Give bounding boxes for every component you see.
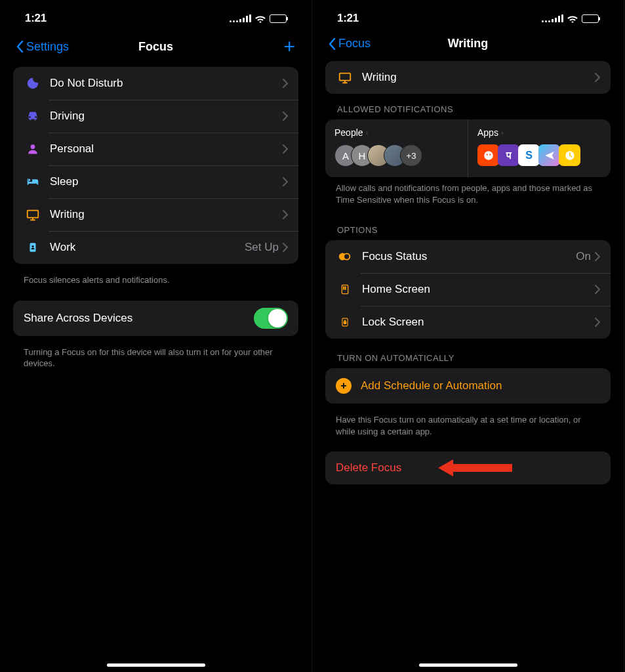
chevron-right-icon — [283, 112, 288, 121]
chevron-right-icon — [283, 177, 288, 186]
display-icon — [336, 68, 354, 87]
people-button[interactable]: People› A H +3 — [325, 119, 468, 177]
status-icons — [230, 14, 287, 23]
svg-point-16 — [345, 289, 346, 289]
app-icon: S — [518, 144, 540, 166]
wifi-icon — [254, 14, 266, 23]
row-label: Sleep — [50, 175, 283, 188]
focus-row-writing[interactable]: Writing — [13, 198, 298, 231]
row-label: Do Not Disturb — [50, 77, 283, 90]
apps-button[interactable]: Apps› प S — [468, 119, 611, 177]
share-group: Share Across Devices — [13, 301, 298, 336]
app-icon — [538, 144, 560, 166]
status-bar: 1:21 — [319, 0, 617, 30]
moon-icon — [24, 74, 42, 93]
badge-icon — [24, 238, 42, 257]
focus-list: Do Not Disturb Driving Personal Sleep Wr — [13, 67, 298, 264]
plus-circle-icon: + — [336, 378, 352, 394]
options-header: OPTIONS — [325, 220, 611, 240]
back-button[interactable]: Settings — [16, 40, 69, 54]
chevron-left-icon — [16, 41, 24, 52]
row-label: Lock Screen — [362, 316, 595, 329]
allowed-footer: Allow calls and notifications from peopl… — [325, 177, 611, 220]
back-label: Settings — [26, 40, 69, 54]
row-label: Writing — [50, 208, 283, 221]
chevron-right-icon — [283, 79, 288, 88]
svg-rect-4 — [340, 74, 351, 81]
delete-label: Delete Focus — [336, 461, 401, 474]
auto-footer: Have this Focus turn on automatically at… — [325, 409, 611, 452]
avatar-more: +3 — [400, 144, 422, 167]
focus-row-personal[interactable]: Personal — [13, 133, 298, 165]
focus-row-do-not-disturb[interactable]: Do Not Disturb — [13, 67, 298, 100]
page-title: Focus — [138, 40, 173, 54]
nav-bar: Settings Focus + — [7, 30, 305, 67]
status-icon — [336, 247, 354, 266]
option-row-lock-screen[interactable]: Lock Screen — [325, 306, 611, 339]
auto-header: TURN ON AUTOMATICALLY — [325, 348, 611, 368]
row-label: Work — [50, 241, 245, 254]
row-label: Focus Status — [362, 250, 576, 263]
row-trailing: On — [576, 250, 591, 263]
chevron-right-icon — [595, 318, 600, 327]
focus-row-driving[interactable]: Driving — [13, 100, 298, 133]
share-toggle[interactable] — [254, 308, 288, 329]
home-screen-icon — [336, 280, 354, 299]
row-label: Driving — [50, 110, 283, 123]
svg-point-3 — [32, 245, 34, 247]
add-label: Add Schedule or Automation — [361, 379, 502, 392]
avatar-stack: A H +3 — [334, 144, 458, 167]
app-icon-stack: प S — [477, 144, 601, 166]
chevron-right-icon — [283, 243, 288, 252]
row-label: Personal — [50, 142, 283, 156]
chevron-left-icon — [329, 38, 336, 50]
svg-rect-1 — [28, 211, 39, 218]
row-label: Home Screen — [362, 283, 595, 296]
home-indicator[interactable] — [419, 663, 517, 667]
share-row[interactable]: Share Across Devices — [13, 301, 298, 336]
signal-icon — [230, 14, 251, 22]
svg-point-13 — [343, 287, 344, 287]
right-phone: 1:21 Focus Writing Writing — [312, 0, 624, 672]
back-button[interactable]: Focus — [329, 37, 371, 51]
signal-icon — [542, 14, 563, 22]
focus-name-row[interactable]: Writing — [325, 61, 611, 94]
row-label: Writing — [362, 71, 595, 84]
auto-group: + Add Schedule or Automation — [325, 368, 611, 404]
focus-list-footer: Focus silences alerts and notifications. — [13, 269, 298, 301]
wifi-icon — [567, 14, 578, 23]
share-footer: Turning a Focus on for this device will … — [13, 341, 298, 384]
svg-point-0 — [31, 144, 35, 149]
status-bar: 1:21 — [7, 0, 305, 30]
delete-focus-button[interactable]: Delete Focus — [325, 452, 611, 484]
app-icon: प — [498, 144, 519, 166]
svg-point-6 — [486, 154, 487, 155]
app-icon — [559, 144, 580, 166]
chevron-right-icon: › — [501, 129, 504, 136]
svg-rect-18 — [344, 322, 346, 324]
car-icon — [24, 107, 42, 125]
nav-bar: Focus Writing — [319, 30, 617, 61]
row-trailing: Set Up — [245, 241, 279, 254]
option-row-focus-status[interactable]: Focus Status On — [325, 240, 611, 273]
battery-icon — [270, 14, 287, 23]
chevron-right-icon — [283, 210, 288, 219]
page-title: Writing — [448, 37, 489, 51]
chevron-right-icon — [595, 285, 600, 294]
options-group: Focus Status On Home Screen Lock Screen — [325, 240, 611, 339]
focus-row-sleep[interactable]: Sleep — [13, 165, 298, 198]
display-icon — [24, 205, 42, 224]
allowed-header: ALLOWED NOTIFICATIONS — [325, 99, 611, 119]
back-label: Focus — [338, 37, 371, 51]
chevron-right-icon: › — [366, 129, 369, 136]
svg-point-7 — [489, 154, 491, 155]
home-indicator[interactable] — [107, 663, 205, 667]
add-button[interactable]: + — [283, 37, 295, 56]
option-row-home-screen[interactable]: Home Screen — [325, 273, 611, 306]
focus-row-work[interactable]: Work Set Up — [13, 231, 298, 264]
add-schedule-button[interactable]: + Add Schedule or Automation — [325, 368, 611, 404]
chevron-right-icon — [283, 144, 288, 154]
delete-group: Delete Focus — [325, 452, 611, 484]
svg-point-5 — [484, 151, 493, 160]
name-group: Writing — [325, 61, 611, 94]
